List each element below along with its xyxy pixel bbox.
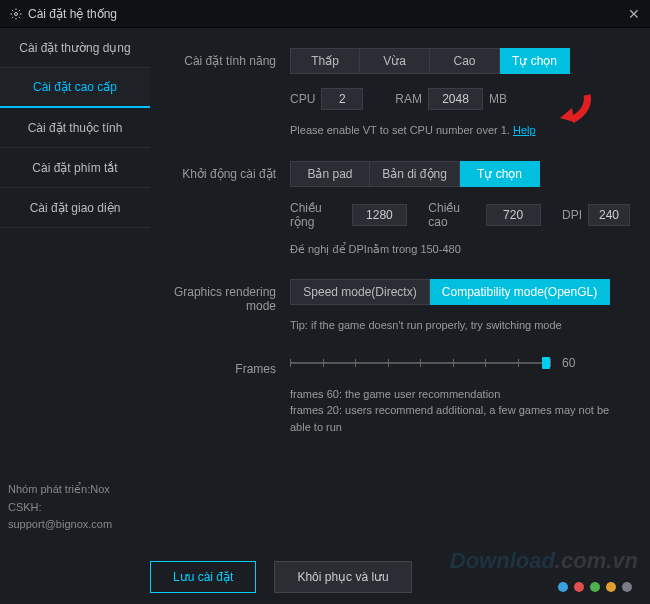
sidebar-item-advanced[interactable]: Cài đặt cao cấp (0, 68, 150, 108)
sidebar-item-interface[interactable]: Cài đặt giao diện (0, 188, 150, 228)
ram-label: RAM (395, 92, 422, 106)
gear-icon (10, 8, 22, 20)
bottom-bar: Lưu cài đặt Khôi phục và lưu (0, 549, 650, 604)
height-label: Chiều cao (428, 201, 479, 229)
opt-mobile[interactable]: Bản di động (370, 161, 460, 187)
cpu-input[interactable] (321, 88, 363, 110)
opt-directx[interactable]: Speed mode(Directx) (290, 279, 430, 305)
width-label: Chiều rộng (290, 201, 346, 229)
close-icon[interactable]: ✕ (628, 6, 640, 22)
save-button[interactable]: Lưu cài đặt (150, 561, 256, 593)
boot-label: Khởi động cài đặt (160, 161, 290, 181)
graphics-label: Graphics rendering mode (160, 279, 290, 313)
ram-input[interactable] (428, 88, 483, 110)
titlebar: Cài đặt hệ thống ✕ (0, 0, 650, 28)
dpi-hint: Đề nghị để DPInằm trong 150-480 (290, 241, 630, 258)
opt-mid[interactable]: Vừa (360, 48, 430, 74)
dpi-input[interactable] (588, 204, 630, 226)
frames-hint1: frames 60: the game user recommendation (290, 386, 630, 403)
main-panel: Cài đặt tính năng Thấp Vừa Cao Tự chọn C… (150, 28, 650, 604)
opt-opengl[interactable]: Compatibility mode(OpenGL) (430, 279, 610, 305)
height-input[interactable] (486, 204, 541, 226)
graphics-tip: Tip: if the game doesn't run properly, t… (290, 317, 630, 334)
frames-value: 60 (562, 356, 575, 370)
window-title: Cài đặt hệ thống (28, 7, 117, 21)
help-link[interactable]: Help (513, 124, 536, 136)
graphics-options: Speed mode(Directx) Compatibility mode(O… (290, 279, 630, 305)
dpi-label: DPI (562, 208, 582, 222)
sidebar-item-properties[interactable]: Cài đặt thuộc tính (0, 108, 150, 148)
sidebar-item-shortcuts[interactable]: Cài đặt phím tắt (0, 148, 150, 188)
opt-pad[interactable]: Bản pad (290, 161, 370, 187)
sidebar-item-common[interactable]: Cài đặt thường dụng (0, 28, 150, 68)
opt-custom[interactable]: Tự chọn (500, 48, 570, 74)
vt-hint: Please enable VT to set CPU number over … (290, 124, 510, 136)
color-dots (558, 582, 632, 592)
svg-point-0 (15, 12, 18, 15)
sidebar: Cài đặt thường dụng Cài đặt cao cấp Cài … (0, 28, 150, 604)
cpu-label: CPU (290, 92, 315, 106)
opt-boot-custom[interactable]: Tự chọn (460, 161, 540, 187)
frames-hint2: frames 20: users recommend additional, a… (290, 402, 630, 435)
frames-slider[interactable] (290, 356, 550, 370)
restore-button[interactable]: Khôi phục và lưu (274, 561, 411, 593)
features-options: Thấp Vừa Cao Tự chọn (290, 48, 630, 74)
frames-label: Frames (160, 356, 290, 376)
features-label: Cài đặt tính năng (160, 48, 290, 68)
opt-high[interactable]: Cao (430, 48, 500, 74)
slider-thumb[interactable] (542, 357, 550, 369)
ram-unit: MB (489, 92, 507, 106)
width-input[interactable] (352, 204, 407, 226)
boot-options: Bản pad Bản di động Tự chọn (290, 161, 630, 187)
opt-low[interactable]: Thấp (290, 48, 360, 74)
